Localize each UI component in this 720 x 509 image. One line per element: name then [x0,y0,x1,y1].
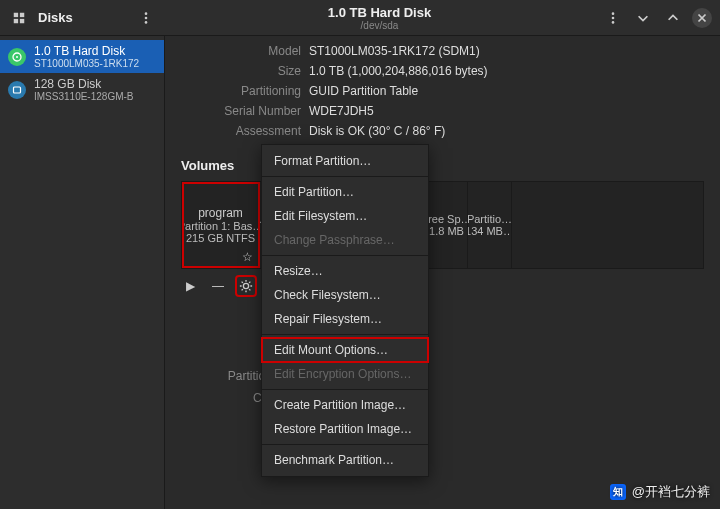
star-icon: ☆ [242,250,253,264]
menu-separator [262,255,428,256]
disk-subtitle: /dev/sda [165,20,594,31]
hdd-icon [8,48,26,66]
disk-title: 128 GB Disk [34,77,134,91]
watermark-text: @开裆七分裤 [632,483,710,501]
menu-format-partition[interactable]: Format Partition… [262,149,428,173]
label-assessment: Assessment [181,124,301,138]
header-right [594,7,720,29]
volume-options-button[interactable] [237,277,255,295]
disk-sub: ST1000LM035-1RK172 [34,58,139,69]
menu-separator [262,444,428,445]
back-button[interactable] [8,7,30,29]
disk-title: 1.0 TB Hard Disk [165,5,594,20]
volume-size: 1.8 MB [429,225,464,237]
main-panel: Model ST1000LM035-1RK172 (SDM1) Size 1.0… [165,36,720,509]
menu-edit-partition[interactable]: Edit Partition… [262,180,428,204]
disk-sub: IMSS3110E-128GM-B [34,91,134,102]
svg-rect-12 [14,87,21,93]
svg-rect-2 [14,18,18,22]
menu-change-passphrase: Change Passphrase… [262,228,428,252]
close-button[interactable] [692,8,712,28]
chevron-up-icon [666,11,680,25]
chevron-down-icon [636,11,650,25]
drive-menu-button[interactable] [602,7,624,29]
value-serial: WDE7JDH5 [309,104,704,118]
drive-info: Model ST1000LM035-1RK172 (SDM1) Size 1.0… [165,44,720,150]
app-menu-button[interactable] [135,7,157,29]
svg-point-11 [16,56,18,58]
header-left: Disks [0,7,165,29]
volume-block[interactable]: programPartition 1: Bas…215 GB NTFS☆ [182,182,260,268]
volume-block[interactable]: Free Sp…1.8 MB [426,182,468,268]
volume-toolbar: ▶ — [165,269,720,303]
header-center: 1.0 TB Hard Disk /dev/sda [165,5,594,31]
svg-point-9 [612,21,615,24]
menu-restore-partition-image[interactable]: Restore Partition Image… [262,417,428,441]
volumes-strip: programPartition 1: Bas…215 GB NTFS☆…s……… [181,181,704,269]
volume-context-menu: Format Partition… Edit Partition… Edit F… [261,144,429,477]
label-size: Size [181,64,301,78]
minimize-button[interactable] [632,7,654,29]
disk-title: 1.0 TB Hard Disk [34,44,139,58]
maximize-button[interactable] [662,7,684,29]
svg-point-13 [243,283,248,288]
menu-separator [262,334,428,335]
mount-button[interactable]: ▶ [181,277,199,295]
menu-resize[interactable]: Resize… [262,259,428,283]
volume-partition: Partition 1: Bas… [182,220,260,232]
zhihu-logo-icon: 知 [610,484,626,500]
kebab-icon [139,11,153,25]
gear-icon [239,279,253,293]
svg-point-5 [145,16,148,19]
svg-point-7 [612,12,615,15]
svg-point-6 [145,21,148,24]
menu-separator [262,389,428,390]
label-serial: Serial Number [181,104,301,118]
svg-point-8 [612,16,615,19]
menu-edit-filesystem[interactable]: Edit Filesystem… [262,204,428,228]
kebab-icon [606,11,620,25]
menu-icon [12,11,26,25]
app-title: Disks [38,10,73,25]
volume-partition: Partitio… [468,213,512,225]
volume-name: program [198,206,243,220]
svg-rect-3 [20,18,24,22]
volume-size: 134 MB… [468,225,512,237]
value-model: ST1000LM035-1RK172 (SDM1) [309,44,704,58]
close-icon [695,11,709,25]
volume-details: Size Device UUID Partition Type Contents [165,303,720,405]
volumes-title: Volumes [165,150,720,181]
sidebar-disk-hdd[interactable]: 1.0 TB Hard Disk ST1000LM035-1RK172 [0,40,164,73]
sidebar: 1.0 TB Hard Disk ST1000LM035-1RK172 128 … [0,36,165,509]
svg-rect-0 [14,12,18,16]
svg-rect-1 [20,12,24,16]
value-assessment: Disk is OK (30° C / 86° F) [309,124,704,138]
unmount-button[interactable]: — [209,277,227,295]
volume-block[interactable]: Partitio…134 MB… [468,182,512,268]
menu-check-filesystem[interactable]: Check Filesystem… [262,283,428,307]
menu-separator [262,176,428,177]
menu-edit-encryption-options: Edit Encryption Options… [262,362,428,386]
menu-benchmark-partition[interactable]: Benchmark Partition… [262,448,428,472]
menu-create-partition-image[interactable]: Create Partition Image… [262,393,428,417]
volume-size: 215 GB NTFS [186,232,255,244]
label-partitioning: Partitioning [181,84,301,98]
menu-edit-mount-options[interactable]: Edit Mount Options… [262,338,428,362]
value-size: 1.0 TB (1,000,204,886,016 bytes) [309,64,704,78]
menu-repair-filesystem[interactable]: Repair Filesystem… [262,307,428,331]
volume-partition: Free Sp… [426,213,468,225]
watermark: 知 @开裆七分裤 [610,483,710,501]
sidebar-disk-ssd[interactable]: 128 GB Disk IMSS3110E-128GM-B [0,73,164,106]
header-bar: Disks 1.0 TB Hard Disk /dev/sda [0,0,720,36]
label-model: Model [181,44,301,58]
svg-point-4 [145,12,148,15]
value-partitioning: GUID Partition Table [309,84,704,98]
ssd-icon [8,81,26,99]
